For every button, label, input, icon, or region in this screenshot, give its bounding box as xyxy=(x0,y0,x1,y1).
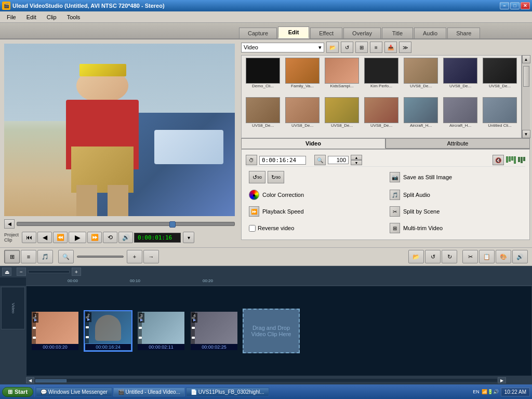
maximize-button[interactable]: □ xyxy=(510,2,520,9)
playback-speed-button[interactable]: ⏩ Playback Speed xyxy=(246,204,384,219)
play-button[interactable]: ▶ xyxy=(69,232,86,243)
open-folder-button[interactable]: 📂 xyxy=(326,42,339,53)
list-item[interactable]: UVS8_De... xyxy=(441,58,480,96)
drop-zone[interactable]: Drag and Drop Video Clip Here xyxy=(243,309,300,353)
zoom-input[interactable] xyxy=(328,156,349,164)
audio-mix-btn[interactable]: 🔊 xyxy=(512,250,528,263)
scroll-right-button[interactable]: ▶ xyxy=(498,377,506,383)
taskbar-item-ulead[interactable]: 🎬 Untitled - Ulead Video... xyxy=(113,388,185,396)
prev-frame-button[interactable]: ◀ xyxy=(37,232,52,243)
list-item[interactable]: UVS8_De... xyxy=(402,58,440,96)
import-button[interactable]: 📥 xyxy=(384,42,397,53)
list-item[interactable]: UVS8_De... xyxy=(323,97,361,136)
list-item[interactable]: Family_Va... xyxy=(283,58,322,96)
list-item[interactable]: UVS8_De... xyxy=(244,97,282,136)
list-item[interactable]: Untitled Cli... xyxy=(481,97,519,136)
list-item[interactable]: UVS8_De... xyxy=(283,97,322,136)
list-item[interactable]: UVS8_De... xyxy=(481,58,519,96)
effects-btn[interactable]: 🎨 xyxy=(496,250,511,263)
zoom-in-btn[interactable]: + xyxy=(127,250,142,263)
time-input[interactable] xyxy=(259,156,306,165)
multi-trim-button[interactable]: ⊞ Multi-trim Video xyxy=(387,221,525,235)
list-item[interactable]: Kim Perfo... xyxy=(362,58,401,96)
scroll-down-button[interactable]: ▼ xyxy=(522,130,530,138)
import-btn[interactable]: 📂 xyxy=(408,250,424,263)
split-audio-button[interactable]: 🎵 Split Audio xyxy=(387,188,525,202)
menu-tools[interactable]: Tools xyxy=(62,12,85,22)
audio-btn[interactable]: 🎵 xyxy=(37,250,53,263)
zoom-out-btn[interactable]: 🔍 xyxy=(58,250,74,263)
timeline-btn[interactable]: ≡ xyxy=(21,250,36,263)
slider-left-btn[interactable]: ◀ xyxy=(4,219,15,229)
menu-edit[interactable]: Edit xyxy=(22,12,41,22)
time-expand-button[interactable]: ▾ xyxy=(183,232,194,243)
undo-btn[interactable]: ↺ xyxy=(425,250,441,263)
zoom-down-button[interactable]: ▼ xyxy=(351,160,362,165)
hscroll-thumb[interactable] xyxy=(35,379,66,382)
scroll-left-button[interactable]: ◀ xyxy=(26,377,34,383)
taskbar-item-fb[interactable]: 📄 UVS11Plus_FB_0302highl... xyxy=(186,388,269,396)
list-item[interactable]: UVS8_De... xyxy=(362,97,401,136)
tl-zoomin-button[interactable]: + xyxy=(72,268,81,276)
tab-title[interactable]: Title xyxy=(382,28,413,38)
hscroll-track[interactable] xyxy=(34,378,498,382)
library-scrollbar[interactable]: ▲ ▼ xyxy=(522,55,530,138)
timeline-clip-4[interactable]: 4 ▶ 00:00:02:25 xyxy=(190,311,238,351)
close-button[interactable]: ✕ xyxy=(521,2,530,9)
storyboard-view-button[interactable]: ⊞ xyxy=(355,42,368,53)
title-bar-buttons[interactable]: − □ ✕ xyxy=(500,2,530,9)
reverse-video-checkbox[interactable] xyxy=(249,225,256,232)
split-by-scene-button[interactable]: ✂ Split by Scene xyxy=(387,204,525,219)
start-button[interactable]: ⊞ Start xyxy=(2,387,33,397)
rotate-right-button[interactable]: ↻90 xyxy=(268,171,284,183)
refresh-button[interactable]: ↺ xyxy=(341,42,353,53)
list-item[interactable]: Aircraft_H... xyxy=(441,97,480,136)
vol-seg-1 xyxy=(506,156,508,163)
storyboard-btn[interactable]: ⊞ xyxy=(4,250,20,263)
zoom-icon[interactable]: 🔍 xyxy=(314,155,326,165)
timecode-icon[interactable]: ⏱ xyxy=(246,155,257,165)
tl-zoom-slider[interactable] xyxy=(28,270,70,273)
minimize-button[interactable]: − xyxy=(500,2,509,9)
tab-edit[interactable]: Edit xyxy=(278,26,309,38)
render-btn[interactable]: 📋 xyxy=(479,250,495,263)
mute-button[interactable]: 🔇 xyxy=(493,155,504,165)
tab-audio[interactable]: Audio xyxy=(414,28,446,38)
scroll-thumb[interactable] xyxy=(523,66,529,87)
goto-start-button[interactable]: ⏮ xyxy=(22,232,36,243)
timeline-clip-1[interactable]: 1 ▶ 00:00:03:20 xyxy=(31,311,79,351)
menu-file[interactable]: File xyxy=(2,12,21,22)
sort-button[interactable]: ≡ xyxy=(370,42,382,53)
menu-clip[interactable]: Clip xyxy=(42,12,61,22)
zoom-up-button[interactable]: ▲ xyxy=(351,155,362,160)
volume-button[interactable]: 🔊 xyxy=(118,232,133,243)
tab-overlay[interactable]: Overlay xyxy=(343,28,381,38)
timeline-clip-3[interactable]: 3 ▶ 00:00:02:11 xyxy=(137,311,185,351)
tab-video[interactable]: Video xyxy=(241,138,385,149)
list-item[interactable]: Aircraft_H... xyxy=(402,97,440,136)
list-item[interactable]: KidsSampl... xyxy=(323,58,361,96)
scroll-up-button[interactable]: ▲ xyxy=(522,55,530,63)
rewind-button[interactable]: ⏪ xyxy=(53,232,68,243)
tab-capture[interactable]: Capture xyxy=(239,28,277,38)
settings-btn[interactable]: ✂ xyxy=(462,250,478,263)
tl-eject-button[interactable]: ⏏ xyxy=(2,268,11,276)
list-item[interactable]: Demo_Cli... xyxy=(244,58,282,96)
tl-zoomout-button[interactable]: − xyxy=(17,268,26,276)
zoom-fit-btn[interactable]: → xyxy=(143,250,159,263)
tab-share[interactable]: Share xyxy=(447,28,480,38)
redo-btn[interactable]: ↻ xyxy=(442,250,457,263)
tab-effect[interactable]: Effect xyxy=(310,28,342,38)
forward-button[interactable]: ⏩ xyxy=(87,232,102,243)
timeline-clip-2[interactable]: 2 ▶ 00:00:16:24 xyxy=(84,310,132,352)
taskbar-item-messenger[interactable]: 💬 Windows Live Messenger xyxy=(36,388,112,396)
rotate-left-button[interactable]: ↺90 xyxy=(249,171,265,183)
loop-button[interactable]: ⟲ xyxy=(103,232,117,243)
color-correction-button[interactable]: ● Color Correction xyxy=(246,188,384,202)
tab-attribute[interactable]: Attribute xyxy=(385,138,530,149)
zoom-slider[interactable] xyxy=(77,256,124,258)
more-button[interactable]: ≫ xyxy=(399,42,411,53)
save-still-button[interactable]: 📷 Save as Still Image xyxy=(387,169,525,185)
preview-seekbar[interactable] xyxy=(17,222,235,226)
library-dropdown[interactable]: Video ▾ xyxy=(241,43,324,52)
